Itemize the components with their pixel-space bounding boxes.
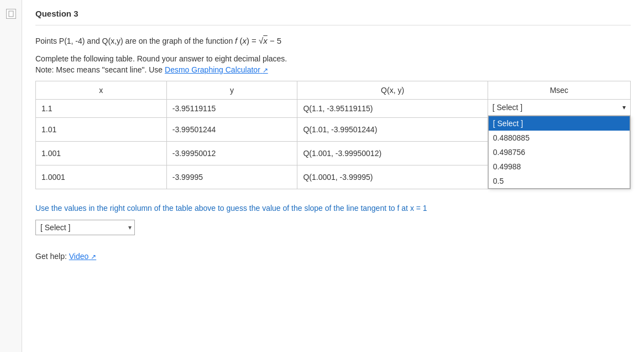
dropdown-option-1[interactable]: 0.4880885 [489,131,630,145]
dropdown-option-3[interactable]: 0.49988 [489,159,630,174]
left-sidebar [0,0,22,352]
dropdown-arrow-1: ▾ [622,103,626,111]
dropdown-option-select[interactable]: [ Select ] [489,116,630,131]
cell-x-1: 1.1 [36,100,167,118]
bookmark-icon[interactable] [6,9,16,19]
cell-x-4: 1.0001 [36,165,167,189]
question-title: Question 3 [35,9,631,25]
get-help-label: Get help: [35,252,69,261]
cell-x-3: 1.001 [36,142,167,165]
dropdown-option-4[interactable]: 0.5 [489,174,630,188]
cell-y-1: -3.95119115 [166,100,297,118]
svg-rect-0 [9,11,13,17]
problem-text-prefix: Points P(1, -4) and Q(x,y) are on the gr… [35,37,235,45]
msec-select-1-label: [ Select ] [493,103,622,112]
cell-msec-1: [ Select ] ▾ [ Select ] 0.4880885 0.4987… [488,100,630,118]
msec-dropdown-1-container: [ Select ] ▾ [ Select ] 0.4880885 0.4987… [488,100,630,116]
table-row: 1.1 -3.95119115 Q(1.1, -3.95119115) [ Se… [36,100,631,118]
function-formula: f (x) = √x − 5 [235,36,281,45]
cell-q-2: Q(1.01, -3.99501244) [297,118,488,142]
get-help-section: Get help: Video ↗ [35,252,631,261]
note-line: Note: Msec means "secant line". Use Desm… [35,65,631,74]
table-header-row: x y Q(x, y) Msec [36,81,631,100]
dropdown-option-2[interactable]: 0.498756 [489,145,630,159]
cell-q-3: Q(1.001, -3.99950012) [297,142,488,165]
video-link[interactable]: Video ↗ [69,252,96,261]
cell-y-3: -3.99950012 [166,142,297,165]
instructions-text: Complete the following table. Round your… [35,54,631,63]
col-header-msec: Msec [488,81,630,100]
cell-x-2: 1.01 [36,118,167,142]
cell-y-2: -3.99501244 [166,118,297,142]
guess-text: Use the values in the right column of th… [35,203,631,214]
col-header-y: y [166,81,297,100]
guess-section: Use the values in the right column of th… [35,203,631,235]
main-content: Question 3 Points P(1, -4) and Q(x,y) ar… [22,0,644,352]
guess-select-wrapper: [ Select ] 0.4880885 0.498756 0.49988 0.… [35,220,135,235]
external-link-icon: ↗ [263,66,268,74]
col-header-x: x [36,81,167,100]
video-external-icon: ↗ [91,253,96,261]
problem-text: Points P(1, -4) and Q(x,y) are on the gr… [35,34,631,48]
cell-q-1: Q(1.1, -3.95119115) [297,100,488,118]
cell-y-4: -3.99995 [166,165,297,189]
msec-dropdown-list-1[interactable]: [ Select ] 0.4880885 0.498756 0.49988 0.… [488,116,630,189]
cell-q-4: Q(1.0001, -3.99995) [297,165,488,189]
desmos-link[interactable]: Desmo Graphing Calculator ↗ [165,65,268,74]
guess-select[interactable]: [ Select ] 0.4880885 0.498756 0.49988 0.… [35,220,135,235]
data-table: x y Q(x, y) Msec 1.1 -3.95119115 Q(1.1, … [35,81,631,189]
col-header-q: Q(x, y) [297,81,488,100]
